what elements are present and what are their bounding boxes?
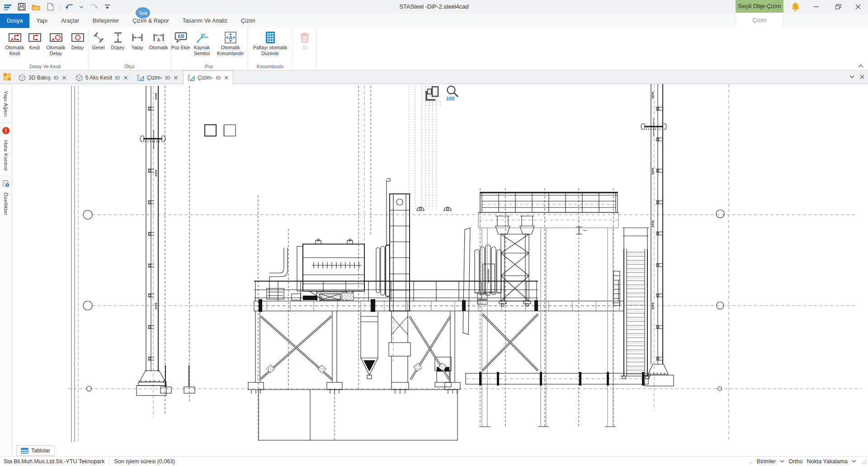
doc-tab-label: Çizim- (147, 75, 162, 81)
minimize-button[interactable] (807, 0, 826, 14)
sidebar-item-hata-kontrol[interactable]: Hata Kontrol (3, 136, 9, 175)
pin-icon[interactable] (53, 75, 59, 80)
redo-icon (89, 3, 99, 11)
close-icon[interactable] (174, 75, 178, 80)
qat-separator (59, 3, 60, 10)
button-label: Otomatik Konumlandır (214, 45, 247, 56)
context-tab-cizim[interactable]: Çizim (736, 13, 783, 28)
open-folder-icon[interactable] (31, 2, 41, 11)
zoom-level: 100 (446, 96, 454, 101)
button-label: Paftayı otomatik Düzenle (249, 45, 292, 56)
ribbon: A Otomatik Kesit Kesit A Otomatik Detay … (0, 28, 868, 71)
document-tab-bar: 3D Bakış 5 Aks Kesit Çizim- Çizim- (0, 71, 868, 84)
restore-button[interactable] (828, 0, 848, 14)
last-operation: Son işlem süresi (0,063) (114, 458, 175, 465)
group-label: Poz (171, 64, 247, 69)
canvas-floating-tools: 100 (424, 85, 473, 104)
close-button[interactable] (848, 0, 868, 14)
button-label: Otomatik Kesit (4, 45, 26, 56)
ortho-toggle[interactable]: Ortho (788, 458, 802, 465)
svg-text:A: A (157, 37, 160, 42)
otomatik-olcu-icon: A (152, 31, 165, 44)
rail-separator (1, 122, 11, 123)
doc-tab-cizim-2[interactable]: Çizim- (183, 71, 233, 84)
button-label: Genel (92, 45, 104, 51)
drawing-canvas[interactable]: 100 (12, 84, 868, 456)
button-label: Düşey (111, 45, 125, 51)
close-icon[interactable] (62, 75, 66, 80)
detay-icon (71, 31, 85, 44)
doc-tab-cizim-1[interactable]: Çizim- (133, 72, 182, 84)
doc-tab-overflow (849, 75, 864, 79)
button-label: Kaynak Sembol (190, 45, 214, 56)
otomatik-konumlandir-icon: A (224, 31, 237, 44)
bell-icon[interactable] (790, 2, 801, 12)
resize-grip[interactable] (861, 459, 867, 465)
technical-drawing (12, 84, 868, 456)
tab-yapi[interactable]: Yapı (29, 14, 54, 28)
button-label: Otomatik Detay (43, 45, 69, 56)
3d-view-icon (75, 74, 83, 81)
new-file-icon[interactable] (46, 2, 54, 11)
save-icon[interactable] (17, 2, 26, 11)
tab-cizim[interactable]: Çizim (234, 14, 262, 28)
ribbon-group-olcu: Genel Düşey Yatay A Otomatik Ölçü (89, 28, 171, 70)
units-toggle[interactable]: Birimler (757, 458, 776, 465)
sil-button: Sil (294, 30, 315, 70)
svg-text:A: A (228, 35, 232, 41)
tab-dosya[interactable]: Dosya (0, 14, 29, 28)
context-mode-button[interactable]: Seçili Obje-Çizim (736, 0, 783, 13)
window-title: STASteel -DiP-2.steel4cad (253, 0, 615, 14)
drawing-icon (188, 74, 195, 81)
sil-trash-icon (298, 31, 311, 44)
doc-tab-5-aks-kesit[interactable]: 5 Aks Kesit (71, 72, 132, 84)
table-icon (21, 447, 28, 455)
pin-icon[interactable] (165, 75, 171, 80)
workspace-grid-icon[interactable] (3, 72, 11, 81)
tab-tasarim-analiz[interactable]: Tasarım Ve Analiz (176, 14, 234, 28)
snap-toggle[interactable]: Nokta Yakalama (807, 458, 848, 465)
close-icon[interactable] (123, 75, 128, 80)
app-logo-icon (4, 3, 12, 11)
doc-tab-3d-bakis[interactable]: 3D Bakış (14, 72, 71, 84)
tab-birlesimler[interactable]: Birleşimler (86, 14, 126, 28)
undo-icon[interactable] (65, 3, 74, 11)
undo-chevron-icon[interactable] (79, 4, 84, 9)
close-icon[interactable] (860, 75, 864, 79)
tab-araclar[interactable]: Araçlar (54, 14, 86, 28)
error-icon (2, 127, 10, 135)
status-dots: .. (750, 458, 753, 465)
yatay-olcu-icon (131, 31, 144, 44)
ribbon-collapse-icon[interactable] (858, 64, 864, 68)
pin-icon[interactable] (115, 75, 121, 80)
button-label: Otomatik (149, 45, 168, 51)
button-label: Kesit (29, 45, 40, 51)
kesit-icon (28, 31, 42, 44)
snap-chevron-icon[interactable] (852, 460, 856, 463)
kaynak-sembol-icon (195, 31, 209, 44)
status-bar: Sta Bil.Muh.Mus.Ltd.Sti.-YTU Teknopark S… (0, 456, 868, 466)
close-icon[interactable] (224, 75, 229, 80)
chevron-down-icon[interactable] (849, 75, 854, 79)
qat-customize-icon[interactable] (104, 3, 111, 10)
sidebar-item-yapi-agaci[interactable]: Yapı Ağacı (3, 87, 9, 121)
tables-button-label: Tablolar (31, 447, 50, 454)
rail-separator (1, 176, 11, 176)
otomatik-kesit-icon: A (8, 31, 22, 44)
group-label: Konumlandır (248, 64, 292, 69)
tables-button[interactable]: Tablolar (16, 445, 55, 456)
pin-icon[interactable] (216, 75, 222, 80)
paftayi-otomatik-duzenle-icon (264, 31, 277, 44)
sheet-layout-icon[interactable] (424, 85, 442, 102)
button-label: Poz Ekle (171, 45, 190, 51)
company-name: Sta Bil.Muh.Mus.Ltd.Sti.-YTU Teknopark (4, 458, 104, 465)
sidebar-item-ozellikler[interactable]: Özellikler (3, 188, 9, 219)
doc-tab-label: Çizim- (198, 75, 213, 81)
test-badge: Test (136, 7, 150, 19)
ribbon-group-detay-ve-kesit: A Otomatik Kesit Kesit A Otomatik Detay … (2, 28, 89, 70)
dusey-olcu-icon (111, 31, 125, 44)
ribbon-group-sil: Sil (293, 28, 316, 70)
tab-cizim-rapor[interactable]: Çizim & Rapor Test (126, 14, 176, 28)
units-chevron-icon[interactable] (780, 460, 784, 463)
tab-cizim-rapor-label: Çizim & Rapor (132, 18, 169, 24)
